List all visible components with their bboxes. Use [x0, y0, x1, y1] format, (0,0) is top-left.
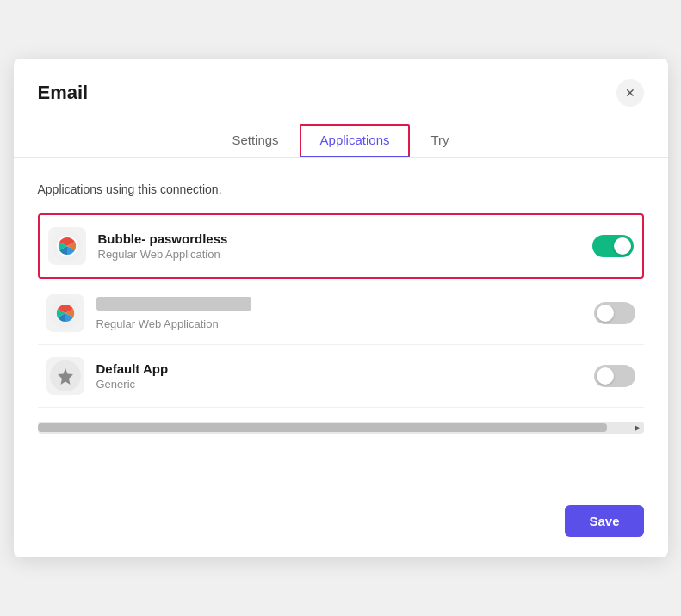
- toggle-thumb-redacted: [597, 305, 614, 322]
- app-name-redacted-bar: [96, 297, 251, 311]
- scroll-right-arrow[interactable]: ▶: [632, 422, 644, 434]
- toggle-track-bubble[interactable]: [592, 235, 634, 257]
- toggle-track-redacted[interactable]: [594, 302, 635, 324]
- modal: Email ✕ Settings Applications Try Applic…: [14, 59, 668, 557]
- app-row-redacted: Regular Web Application: [38, 282, 644, 345]
- app-icon-default: [46, 357, 84, 395]
- app-info-bubble: Bubble- paswordless Regular Web Applicat…: [98, 231, 592, 261]
- app-type-redacted: Regular Web Application: [96, 317, 594, 330]
- toggle-track-default[interactable]: [594, 365, 635, 387]
- app-type-default: Generic: [96, 378, 594, 391]
- app-row-bubble: Bubble- paswordless Regular Web Applicat…: [38, 213, 644, 279]
- close-icon: ✕: [625, 86, 635, 100]
- modal-body: Applications using this connection.: [14, 158, 668, 488]
- app-name-default: Default App: [96, 361, 594, 376]
- scrollbar-thumb[interactable]: [38, 423, 608, 432]
- default-app-logo: [50, 360, 81, 391]
- toggle-thumb-default: [597, 367, 614, 385]
- modal-title: Email: [38, 82, 89, 104]
- tab-applications[interactable]: Applications: [300, 124, 411, 157]
- app-icon-bubble: [48, 227, 86, 265]
- app-icon-redacted: [46, 294, 84, 332]
- modal-footer: Save: [14, 488, 668, 557]
- toggle-thumb-bubble: [614, 237, 631, 255]
- toggle-default[interactable]: [594, 365, 635, 387]
- description-text: Applications using this connection.: [38, 182, 644, 196]
- app-info-redacted: Regular Web Application: [96, 297, 594, 330]
- app-name-bubble: Bubble- paswordless: [98, 231, 592, 246]
- modal-header: Email ✕: [14, 59, 668, 107]
- close-button[interactable]: ✕: [616, 79, 644, 107]
- tab-try[interactable]: Try: [410, 124, 469, 157]
- save-button[interactable]: Save: [565, 505, 643, 537]
- app-row-default: Default App Generic: [38, 345, 644, 408]
- app-type-bubble: Regular Web Application: [98, 248, 592, 261]
- tab-bar: Settings Applications Try: [14, 107, 668, 158]
- horizontal-scrollbar[interactable]: ◀ ▶: [38, 422, 644, 434]
- app-list: Bubble- paswordless Regular Web Applicat…: [38, 213, 644, 408]
- toggle-bubble[interactable]: [592, 235, 634, 257]
- toggle-redacted[interactable]: [594, 302, 635, 324]
- app-info-default: Default App Generic: [96, 361, 594, 391]
- tab-settings[interactable]: Settings: [211, 124, 299, 157]
- bubble-logo-2: [50, 298, 81, 329]
- bubble-logo: [52, 231, 83, 262]
